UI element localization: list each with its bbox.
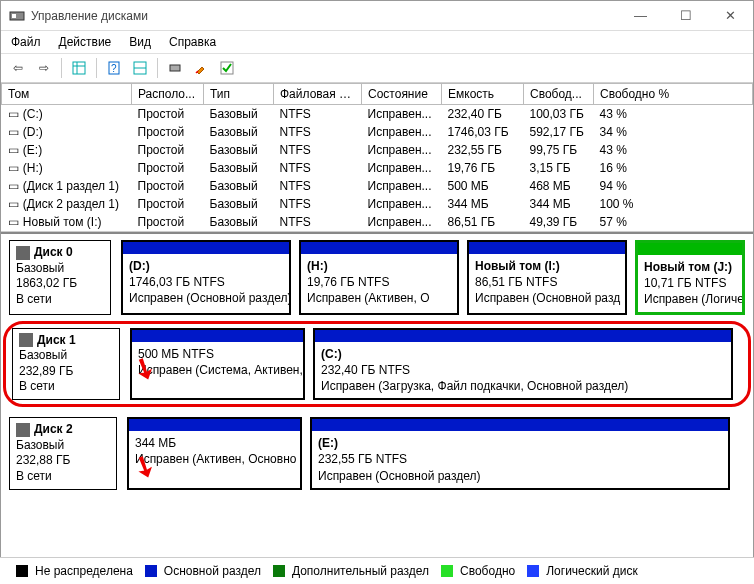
volume-cell: Исправен... (362, 159, 442, 177)
volume-cell: 49,39 ГБ (524, 213, 594, 231)
maximize-button[interactable]: ☐ (663, 1, 708, 31)
window-title: Управление дисками (31, 9, 618, 23)
partition[interactable]: 344 МБИсправен (Активен, Основно (127, 417, 302, 490)
menu-file[interactable]: Файл (11, 35, 41, 49)
legend-swatch-logical (527, 565, 539, 577)
volume-icon: ▭ (8, 125, 20, 139)
partition[interactable]: 500 МБ NTFSИсправен (Система, Активен, О (130, 328, 305, 401)
volume-row[interactable]: ▭ (E:)ПростойБазовыйNTFSИсправен...232,5… (2, 141, 753, 159)
partition-status: Исправен (Основной разд (475, 290, 619, 306)
disk-info[interactable]: Диск 2Базовый232,88 ГБВ сети (9, 417, 117, 490)
partition[interactable]: (H:)19,76 ГБ NTFSИсправен (Активен, О (299, 240, 459, 315)
volume-icon: ▭ (8, 215, 20, 229)
volume-cell: 34 % (594, 123, 753, 141)
partition[interactable]: (E:)232,55 ГБ NTFSИсправен (Основной раз… (310, 417, 730, 490)
legend-swatch-unalloc (16, 565, 28, 577)
volume-cell: Простой (132, 141, 204, 159)
toolbar: ⇦ ⇨ ? (1, 54, 753, 83)
disk-row: Диск 1Базовый232,89 ГБВ сети500 МБ NTFSИ… (3, 321, 751, 408)
volume-cell: Простой (132, 177, 204, 195)
volume-row[interactable]: ▭ (C:)ПростойБазовыйNTFSИсправен...232,4… (2, 105, 753, 124)
nav-back-button[interactable]: ⇦ (7, 57, 29, 79)
column-header[interactable]: Файловая с... (274, 84, 362, 105)
volume-cell: ▭ (H:) (2, 159, 132, 177)
menu-view[interactable]: Вид (129, 35, 151, 49)
volume-cell: 57 % (594, 213, 753, 231)
close-button[interactable]: ✕ (708, 1, 753, 31)
volume-cell: Исправен... (362, 213, 442, 231)
separator (61, 58, 62, 78)
partition[interactable]: (C:)232,40 ГБ NTFSИсправен (Загрузка, Фа… (313, 328, 733, 401)
volume-cell: Базовый (204, 141, 274, 159)
column-header[interactable]: Емкость (442, 84, 524, 105)
volume-table[interactable]: ТомРасполо...ТипФайловая с...СостояниеЕм… (1, 83, 753, 232)
disk-online: В сети (19, 379, 113, 395)
partition[interactable]: Новый том (J:)10,71 ГБ NTFSИсправен (Лог… (635, 240, 745, 315)
column-header[interactable]: Располо... (132, 84, 204, 105)
volume-icon: ▭ (8, 161, 20, 175)
nav-forward-button[interactable]: ⇨ (33, 57, 55, 79)
partition-size: 10,71 ГБ NTFS (644, 275, 736, 291)
partition-color-bar (129, 419, 300, 431)
menu-help[interactable]: Справка (169, 35, 216, 49)
disk-size: 232,89 ГБ (19, 364, 113, 380)
partition-color-bar (469, 242, 625, 254)
legend-swatch-free (441, 565, 453, 577)
legend-primary-label: Основной раздел (164, 564, 261, 578)
volume-cell: NTFS (274, 195, 362, 213)
volume-cell: 43 % (594, 105, 753, 124)
volume-cell: 100 % (594, 195, 753, 213)
disk-info[interactable]: Диск 0Базовый1863,02 ГБВ сети (9, 240, 111, 315)
disk-name: Диск 1 (37, 333, 76, 347)
view-list-button[interactable] (68, 57, 90, 79)
volume-cell: ▭ (D:) (2, 123, 132, 141)
legend-logical-label: Логический диск (546, 564, 638, 578)
disk-info[interactable]: Диск 1Базовый232,89 ГБВ сети (12, 328, 120, 401)
legend-extended-label: Дополнительный раздел (292, 564, 429, 578)
volume-cell: 99,75 ГБ (524, 141, 594, 159)
volume-cell: ▭ (Диск 1 раздел 1) (2, 177, 132, 195)
minimize-button[interactable]: — (618, 1, 663, 31)
legend-swatch-extended (273, 565, 285, 577)
view-detail-button[interactable] (129, 57, 151, 79)
volume-cell: 500 МБ (442, 177, 524, 195)
column-header[interactable]: Состояние (362, 84, 442, 105)
column-header[interactable]: Свобод... (524, 84, 594, 105)
menu-action[interactable]: Действие (59, 35, 112, 49)
volume-cell: 3,15 ГБ (524, 159, 594, 177)
partition-status: Исправен (Загрузка, Файл подкачки, Основ… (321, 378, 725, 394)
partition[interactable]: Новый том (I:)86,51 ГБ NTFSИсправен (Осн… (467, 240, 627, 315)
volume-cell: 232,40 ГБ (442, 105, 524, 124)
disk-row: Диск 0Базовый1863,02 ГБВ сети(D:)1746,03… (9, 240, 745, 315)
check-button[interactable] (216, 57, 238, 79)
column-header[interactable]: Тип (204, 84, 274, 105)
volume-cell: 19,76 ГБ (442, 159, 524, 177)
disk-type: Базовый (19, 348, 113, 364)
help-button[interactable]: ? (103, 57, 125, 79)
disk-partitions: 344 МБИсправен (Активен, Основно(E:)232,… (127, 417, 745, 490)
column-header[interactable]: Том (2, 84, 132, 105)
partition-status: Исправен (Активен, Основно (135, 451, 294, 467)
legend: Не распределена Основной раздел Дополнит… (0, 557, 754, 584)
partition-color-bar (132, 330, 303, 342)
column-header[interactable]: Свободно % (594, 84, 753, 105)
disk-size: 1863,02 ГБ (16, 276, 104, 292)
properties-button[interactable] (190, 57, 212, 79)
refresh-button[interactable] (164, 57, 186, 79)
partition[interactable]: (D:)1746,03 ГБ NTFSИсправен (Основной ра… (121, 240, 291, 315)
volume-row[interactable]: ▭ (Диск 1 раздел 1)ПростойБазовыйNTFSИсп… (2, 177, 753, 195)
volume-row[interactable]: ▭ (Диск 2 раздел 1)ПростойБазовыйNTFSИсп… (2, 195, 753, 213)
volume-cell: NTFS (274, 213, 362, 231)
partition-status: Исправен (Логическ (644, 291, 736, 307)
volume-icon: ▭ (8, 143, 20, 157)
volume-row[interactable]: ▭ (H:)ПростойБазовыйNTFSИсправен...19,76… (2, 159, 753, 177)
svg-text:?: ? (111, 63, 117, 74)
volume-row[interactable]: ▭ Новый том (I:)ПростойБазовыйNTFSИсправ… (2, 213, 753, 231)
partition-size: 86,51 ГБ NTFS (475, 274, 619, 290)
partition-title: (E:) (318, 435, 722, 451)
volume-cell: Базовый (204, 159, 274, 177)
legend-free-label: Свободно (460, 564, 515, 578)
separator (157, 58, 158, 78)
volume-row[interactable]: ▭ (D:)ПростойБазовыйNTFSИсправен...1746,… (2, 123, 753, 141)
disk-size: 232,88 ГБ (16, 453, 110, 469)
